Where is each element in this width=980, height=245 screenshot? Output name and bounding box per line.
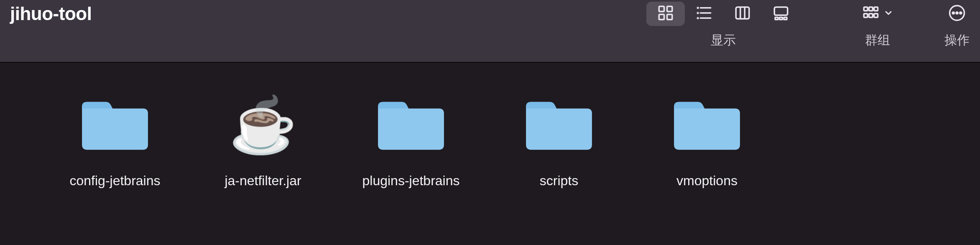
svg-rect-20 <box>864 14 868 18</box>
svg-point-24 <box>952 12 954 14</box>
file-item-label: ja-netfilter.jar <box>225 173 301 189</box>
file-item-label: plugins-jetbrains <box>362 173 459 189</box>
list-view-button[interactable] <box>685 2 723 26</box>
column-view-button[interactable] <box>723 2 762 26</box>
svg-rect-21 <box>869 14 873 18</box>
file-item[interactable]: scripts <box>503 94 615 245</box>
view-mode-label: 显示 <box>646 32 800 49</box>
finder-toolbar: jihuo-tool <box>0 0 980 63</box>
svg-point-25 <box>956 12 958 14</box>
action-menu-label: 操作 <box>934 32 980 49</box>
group-by-label: 群组 <box>850 32 905 49</box>
svg-rect-15 <box>780 18 783 20</box>
svg-point-9 <box>697 18 698 18</box>
group-icon <box>862 4 879 23</box>
group-by-button[interactable] <box>855 2 900 26</box>
svg-rect-14 <box>775 18 778 20</box>
svg-rect-16 <box>784 18 787 20</box>
svg-rect-17 <box>864 7 868 11</box>
svg-rect-1 <box>667 6 672 11</box>
svg-point-8 <box>697 13 698 13</box>
folder-icon <box>77 94 153 156</box>
file-item-label: vmoptions <box>676 173 738 189</box>
svg-point-26 <box>960 12 962 14</box>
file-item-label: config-jetbrains <box>70 173 161 189</box>
window-title: jihuo-tool <box>10 3 92 24</box>
svg-rect-22 <box>874 14 878 18</box>
action-menu-button[interactable] <box>942 2 972 26</box>
svg-rect-2 <box>659 15 664 20</box>
folder-icon <box>373 94 449 156</box>
folder-icon <box>521 94 597 156</box>
icon-view-button[interactable] <box>646 2 685 26</box>
svg-rect-10 <box>736 7 749 19</box>
svg-point-7 <box>697 8 698 8</box>
gallery-icon <box>772 4 790 23</box>
jar-icon: ☕ <box>225 94 301 156</box>
svg-rect-13 <box>774 7 788 15</box>
file-item[interactable]: ☕ ja-netfilter.jar <box>207 94 319 245</box>
more-circle-icon <box>948 4 966 23</box>
svg-rect-0 <box>659 6 664 11</box>
chevron-down-icon <box>883 8 893 20</box>
svg-rect-19 <box>874 7 878 11</box>
file-item[interactable]: plugins-jetbrains <box>355 94 467 245</box>
toolbar-controls: 显示 <box>646 0 980 62</box>
file-grid: config-jetbrains ☕ ja-netfilter.jar plug… <box>0 63 980 245</box>
file-item[interactable]: config-jetbrains <box>59 94 171 245</box>
svg-rect-18 <box>869 7 873 11</box>
list-icon <box>695 4 713 23</box>
file-item[interactable]: vmoptions <box>651 94 763 245</box>
action-control: 操作 <box>934 2 980 26</box>
grid-icon <box>657 4 674 23</box>
file-item-label: scripts <box>540 173 578 189</box>
gallery-view-button[interactable] <box>762 2 800 26</box>
columns-icon <box>734 4 751 23</box>
view-mode-group: 显示 <box>646 2 800 26</box>
svg-rect-3 <box>667 15 672 20</box>
group-by-control: 群组 <box>850 2 905 26</box>
folder-icon <box>669 94 745 156</box>
